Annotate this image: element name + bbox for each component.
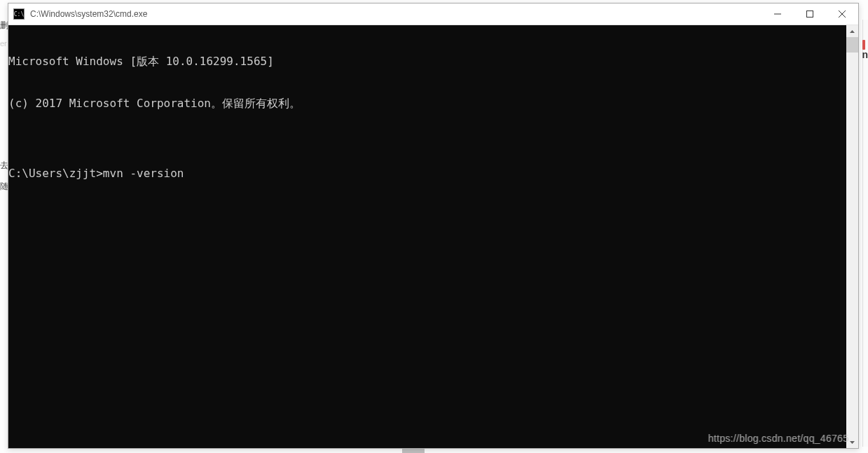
chevron-up-icon: [850, 30, 855, 33]
bg-red-marker: [862, 40, 865, 50]
title-bar[interactable]: C:\ C:\Windows\system32\cmd.exe: [8, 4, 858, 25]
maximize-button[interactable]: [794, 4, 826, 25]
scroll-down-button[interactable]: [846, 436, 858, 448]
close-button[interactable]: [826, 4, 858, 25]
bg-text-fragment: er: [0, 39, 7, 48]
svg-rect-1: [807, 11, 813, 18]
scroll-up-button[interactable]: [846, 25, 858, 37]
maximize-icon: [806, 11, 813, 18]
chevron-down-icon: [850, 441, 855, 444]
bg-text-fragment: n: [862, 49, 868, 60]
cmd-window: C:\ C:\Windows\system32\cmd.exe Microsof…: [8, 3, 859, 449]
bg-right-panel: [862, 20, 868, 447]
cmd-icon: C:\: [13, 8, 25, 20]
svg-marker-5: [850, 441, 855, 444]
terminal-line: C:\Users\zjjt>mvn -version: [8, 167, 846, 181]
window-controls: [762, 4, 858, 25]
minimize-icon: [774, 11, 781, 18]
svg-marker-4: [850, 30, 855, 33]
terminal-area[interactable]: Microsoft Windows [版本 10.0.16299.1565] (…: [8, 25, 858, 448]
terminal-content[interactable]: Microsoft Windows [版本 10.0.16299.1565] (…: [8, 25, 846, 448]
scroll-track[interactable]: [846, 37, 858, 436]
vertical-scrollbar[interactable]: [846, 25, 858, 448]
bg-bottom-handle: [402, 449, 425, 453]
terminal-line: Microsoft Windows [版本 10.0.16299.1565]: [8, 55, 846, 69]
window-title: C:\Windows\system32\cmd.exe: [29, 9, 762, 19]
terminal-line: (c) 2017 Microsoft Corporation。保留所有权利。: [8, 97, 846, 111]
close-icon: [839, 11, 846, 18]
scroll-thumb[interactable]: [846, 37, 858, 53]
minimize-button[interactable]: [762, 4, 794, 25]
